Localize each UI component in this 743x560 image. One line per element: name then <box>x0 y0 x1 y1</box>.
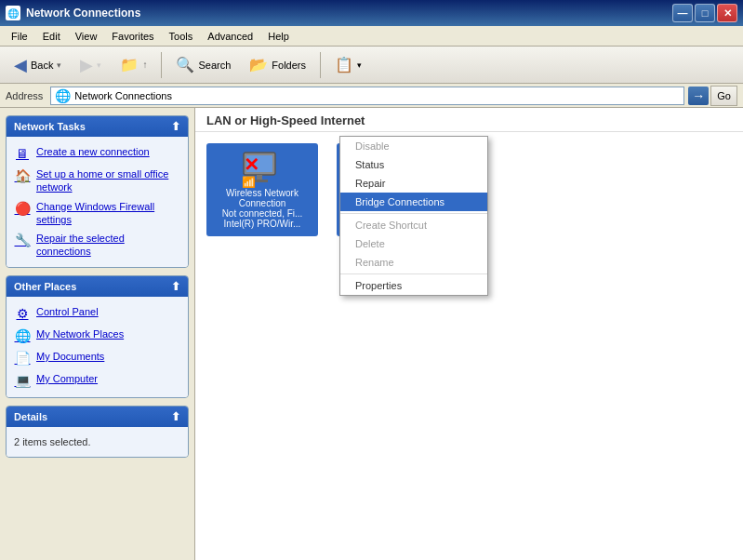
forward-arrow-icon: ▶ <box>80 55 93 75</box>
search-label: Search <box>198 60 231 71</box>
close-button[interactable]: ✕ <box>717 4 737 22</box>
window-icon: 🌐 <box>6 6 20 20</box>
maximize-button[interactable]: □ <box>695 4 715 22</box>
back-button[interactable]: ◀ Back ▾ <box>6 50 70 80</box>
my-documents-label: My Documents <box>36 350 104 363</box>
address-field[interactable]: 🌐 Network Connections <box>50 87 684 105</box>
context-menu: Disable Status Repair Bridge Connections… <box>339 136 488 296</box>
forward-button[interactable]: ▶ ▾ <box>72 50 110 80</box>
other-places-panel: Other Places ⬆ ⚙ Control Panel 🌐 My Netw… <box>6 275 189 398</box>
back-label: Back <box>31 60 53 71</box>
folders-label: Folders <box>272 60 306 71</box>
back-arrow-icon: ◀ <box>14 55 27 75</box>
network-tasks-body: 🖥 Create a new connection 🏠 Set up a hom… <box>7 137 188 267</box>
other-places-header[interactable]: Other Places ⬆ <box>7 276 188 297</box>
firewall-label: Change Windows Firewall settings <box>36 200 180 227</box>
ctx-rename[interactable]: Rename <box>340 253 487 272</box>
create-connection-label: Create a new connection <box>36 145 150 158</box>
menu-file[interactable]: File <box>4 29 35 44</box>
minimize-button[interactable]: — <box>672 4 693 22</box>
network-tasks-title: Network Tasks <box>14 121 86 132</box>
views-icon: 📋 <box>335 56 353 73</box>
my-documents-icon: 📄 <box>14 350 31 367</box>
menu-favorites[interactable]: Favorites <box>104 29 161 44</box>
address-label: Address <box>6 90 43 101</box>
network-tasks-panel: Network Tasks ⬆ 🖥 Create a new connectio… <box>6 115 189 268</box>
network-places-label: My Network Places <box>36 327 124 340</box>
repair-icon: 🔧 <box>14 232 31 248</box>
my-computer-label: My Computer <box>36 372 98 385</box>
other-places-collapse-icon[interactable]: ⬆ <box>171 280 180 293</box>
control-panel-label: Control Panel <box>36 305 99 318</box>
go-arrow-icon: → <box>692 88 705 103</box>
my-computer-icon: 💻 <box>14 372 31 389</box>
up-button[interactable]: 📁 ↑ <box>112 50 155 80</box>
menu-view[interactable]: View <box>68 29 105 44</box>
sidebar-control-panel[interactable]: ⚙ Control Panel <box>12 302 182 325</box>
svg-text:📶: 📶 <box>242 175 256 188</box>
details-collapse-icon[interactable]: ⬆ <box>171 410 180 423</box>
wireless-connection-icon[interactable]: ✕ 📶 Wireless Network Connection Not conn… <box>206 143 318 236</box>
address-value: Network Connections <box>74 90 172 101</box>
address-go-arrow[interactable]: → <box>688 87 709 105</box>
ctx-shortcut[interactable]: Create Shortcut <box>340 216 487 234</box>
menu-help[interactable]: Help <box>260 29 297 44</box>
details-header[interactable]: Details ⬆ <box>7 407 188 427</box>
section-label: LAN or High-Speed Internet <box>195 108 743 132</box>
ctx-status[interactable]: Status <box>340 155 487 174</box>
repair-label: Repair the selected connections <box>36 232 180 259</box>
toolbar-separator-1 <box>161 52 162 78</box>
network-places-icon: 🌐 <box>14 327 31 344</box>
menu-advanced[interactable]: Advanced <box>200 29 260 44</box>
network-tasks-collapse-icon[interactable]: ⬆ <box>171 120 180 133</box>
ctx-separator-2 <box>340 273 487 274</box>
up-folder-icon: 📁 <box>120 56 139 73</box>
svg-text:✕: ✕ <box>244 154 259 175</box>
menu-edit[interactable]: Edit <box>35 29 68 44</box>
sidebar-create-connection[interactable]: 🖥 Create a new connection <box>12 142 182 165</box>
details-text: 2 items selected. <box>12 433 182 451</box>
svg-rect-2 <box>257 175 262 180</box>
sidebar-my-computer[interactable]: 💻 My Computer <box>12 369 182 392</box>
search-icon: 🔍 <box>176 56 194 73</box>
ctx-repair[interactable]: Repair <box>340 174 487 193</box>
wireless-icon-graphic: ✕ 📶 <box>240 151 285 188</box>
content-area: LAN or High-Speed Internet ✕ 📶 Wi <box>195 108 743 560</box>
title-bar-buttons: — □ ✕ <box>672 4 737 22</box>
sidebar-network-places[interactable]: 🌐 My Network Places <box>12 325 182 347</box>
search-button[interactable]: 🔍 Search <box>167 50 239 80</box>
network-tasks-header[interactable]: Network Tasks ⬆ <box>7 116 188 137</box>
toolbar-separator-2 <box>320 52 321 78</box>
window-title: Network Connections <box>26 7 672 20</box>
menu-bar: File Edit View Favorites Tools Advanced … <box>0 26 743 47</box>
go-label: Go <box>717 90 731 101</box>
other-places-title: Other Places <box>14 281 76 292</box>
folders-icon: 📂 <box>249 56 268 73</box>
details-title: Details <box>14 411 47 422</box>
address-icon: 🌐 <box>55 88 71 103</box>
folders-button[interactable]: 📂 Folders <box>241 50 314 80</box>
menu-tools[interactable]: Tools <box>162 29 201 44</box>
ctx-separator-1 <box>340 213 487 214</box>
go-button[interactable]: Go <box>710 86 737 106</box>
title-bar: 🌐 Network Connections — □ ✕ <box>0 0 743 26</box>
sidebar-setup-home[interactable]: 🏠 Set up a home or small office network <box>12 165 182 197</box>
up-arrow-icon: ↑ <box>142 60 147 70</box>
ctx-disable[interactable]: Disable <box>340 137 487 155</box>
main-layout: Network Tasks ⬆ 🖥 Create a new connectio… <box>0 108 743 560</box>
setup-home-icon: 🏠 <box>14 167 31 184</box>
setup-home-label: Set up a home or small office network <box>36 167 180 194</box>
sidebar-repair[interactable]: 🔧 Repair the selected connections <box>12 229 182 261</box>
details-body: 2 items selected. <box>7 427 188 457</box>
details-panel: Details ⬆ 2 items selected. <box>6 406 189 458</box>
views-dropdown-icon: ▾ <box>357 60 362 70</box>
ctx-properties[interactable]: Properties <box>340 276 487 295</box>
sidebar-my-documents[interactable]: 📄 My Documents <box>12 347 182 369</box>
other-places-body: ⚙ Control Panel 🌐 My Network Places 📄 My… <box>7 297 188 397</box>
views-button[interactable]: 📋 ▾ <box>326 50 370 80</box>
sidebar-firewall[interactable]: 🔴 Change Windows Firewall settings <box>12 197 182 230</box>
ctx-delete[interactable]: Delete <box>340 234 487 253</box>
toolbar: ◀ Back ▾ ▶ ▾ 📁 ↑ 🔍 Search 📂 Folders 📋 ▾ <box>0 47 743 84</box>
ctx-bridge[interactable]: Bridge Connections <box>340 193 487 211</box>
forward-dropdown-icon: ▾ <box>97 60 101 70</box>
